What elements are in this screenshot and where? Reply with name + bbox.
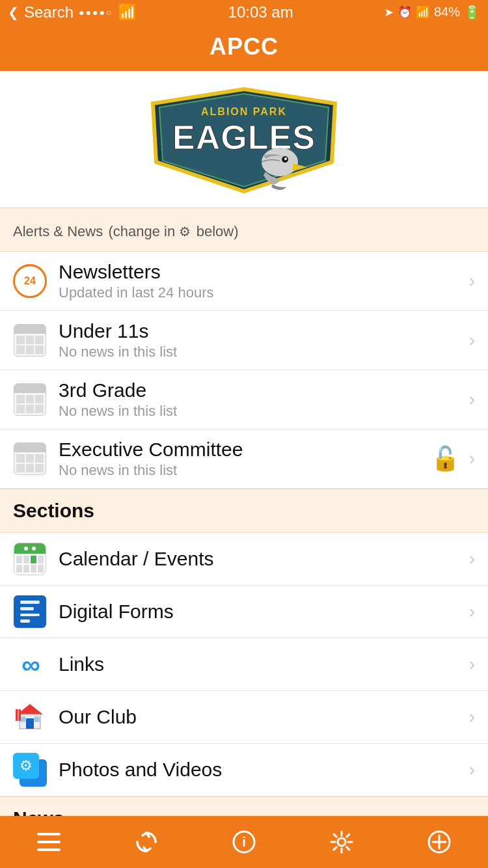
chevron-right-icon: › [469,654,475,675]
nav-settings-button[interactable] [330,830,353,854]
list-item-right: › [469,707,475,727]
bottom-navigation: i [0,816,488,868]
list-item-subtitle: No news in this list [59,403,469,420]
nav-refresh-button[interactable] [135,830,158,854]
list-item-right: › [469,759,475,780]
svg-text:EAGLES: EAGLES [172,118,316,156]
app-header: APCC [0,24,488,71]
list-item[interactable]: Under 11s No news in this list › [0,311,488,370]
list-item-right: › [469,271,475,292]
calendar-gray-icon [13,442,47,476]
eagles-logo: ALBION PARK EAGLES [140,84,348,195]
wifi-icon: 📶 [118,3,137,21]
list-item-title: 3rd Grade [59,379,469,401]
list-item-right: › [469,601,475,622]
list-item-subtitle: No news in this list [59,344,469,360]
chevron-right-icon: › [469,759,475,780]
news-items-list: 24 Newsletters Updated in last 24 hours … [0,252,488,489]
back-chevron-icon: ❮ [8,5,19,20]
list-item-right: › [469,549,475,569]
list-item[interactable]: ∞ Links › [0,638,488,691]
list-item-right: › [469,330,475,351]
battery-icon: 🔋 [464,5,480,20]
alerts-section-header: Alerts & News (change in ⚙ below) [0,208,488,252]
bluetooth-icon: 📶 [416,5,430,20]
logo-section: ALBION PARK EAGLES [0,71,488,208]
signal-dots-icon: ●●●●○ [79,7,113,18]
svg-rect-12 [21,717,25,722]
list-item[interactable]: 3rd Grade No news in this list › [0,370,488,429]
svg-point-5 [262,148,298,176]
sections-header: Sections [0,489,488,533]
list-item-subtitle: Updated in last 24 hours [59,284,469,301]
list-item-title: Photos and Videos [59,759,469,781]
svg-point-8 [284,157,287,160]
list-item-content: Our Club [59,706,469,728]
photos-videos-icon: ⚙ [13,753,47,787]
list-item-title: Our Club [59,706,469,728]
app-title: APCC [0,33,488,61]
status-bar-search[interactable]: Search [24,3,74,21]
chevron-right-icon: › [469,601,475,622]
chevron-right-icon: › [469,271,475,292]
svg-rect-16 [37,833,61,835]
list-item-content: Executive Committee No news in this list [59,439,431,479]
svg-rect-11 [26,718,34,729]
list-item-title: Under 11s [59,320,469,342]
svg-point-21 [338,838,346,846]
list-item-title: Calendar / Events [59,548,469,570]
svg-text:ALBION PARK: ALBION PARK [201,106,287,117]
sections-title: Sections [13,500,475,522]
status-bar: ❮ Search ●●●●○ 📶 10:03 am ➤ ⏰ 📶 84% 🔋 [0,0,488,24]
nav-add-button[interactable] [427,830,451,854]
sections-list: Calendar / Events › Digital Forms › ∞ Li [0,533,488,796]
gear-settings-icon: ⚙ [179,224,191,239]
list-item-right: › [469,654,475,675]
location-icon: ➤ [384,5,394,20]
list-item-content: Newsletters Updated in last 24 hours [59,261,469,301]
status-bar-right: ➤ ⏰ 📶 84% 🔋 [384,5,480,20]
links-icon: ∞ [13,647,47,681]
svg-rect-13 [34,717,39,722]
chevron-right-icon: › [469,448,475,469]
list-item-title: Digital Forms [59,601,469,623]
calendar-gray-icon [13,323,47,357]
chevron-right-icon: › [469,330,475,351]
nav-menu-button[interactable] [37,833,61,851]
list-item-right: 🔓 › [431,445,475,472]
newsletter-icon: 24 [13,264,47,298]
list-item[interactable]: ⚙ Photos and Videos › [0,744,488,796]
list-item[interactable]: Executive Committee No news in this list… [0,429,488,489]
list-item-subtitle: No news in this list [59,462,431,479]
our-club-icon [13,700,47,734]
list-item-content: 3rd Grade No news in this list [59,379,469,420]
list-item-content: Links [59,653,469,675]
list-item[interactable]: Our Club › [0,691,488,744]
status-bar-left: ❮ Search ●●●●○ 📶 [8,3,137,21]
calendar-events-icon [13,542,47,576]
chevron-right-icon: › [469,707,475,727]
svg-rect-17 [37,841,61,843]
status-bar-time: 10:03 am [228,3,293,21]
list-item-right: › [469,389,475,410]
svg-text:i: i [242,835,246,849]
alerts-title: Alerts & News (change in ⚙ below) [13,219,475,241]
chevron-right-icon: › [469,549,475,569]
chevron-right-icon: › [469,389,475,410]
list-item-content: Photos and Videos [59,759,469,781]
list-item-content: Under 11s No news in this list [59,320,469,360]
calendar-gray-icon [13,383,47,416]
list-item[interactable]: 24 Newsletters Updated in last 24 hours … [0,252,488,311]
svg-rect-18 [37,848,61,851]
nav-info-button[interactable]: i [232,830,256,854]
list-item-title: Newsletters [59,261,469,283]
list-item-title: Executive Committee [59,439,431,461]
digital-forms-icon [13,595,47,629]
list-item[interactable]: Digital Forms › [0,586,488,638]
list-item-title: Links [59,653,469,675]
lock-icon: 🔓 [431,445,460,472]
list-item[interactable]: Calendar / Events › [0,533,488,586]
list-item-content: Digital Forms [59,601,469,623]
battery-percent: 84% [434,5,460,20]
list-item-content: Calendar / Events [59,548,469,570]
